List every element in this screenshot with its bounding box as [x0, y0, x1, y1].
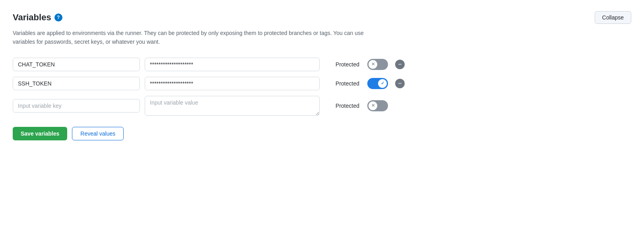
- page-title: Variables: [13, 12, 51, 23]
- toggle-thumb-1: ✕: [369, 60, 377, 69]
- protected-label-3: Protected: [328, 103, 359, 109]
- variable-value-input-2[interactable]: [145, 77, 320, 90]
- table-row: Protected ✕ −: [13, 58, 631, 71]
- toggle-track-2: ✓: [367, 78, 388, 89]
- variable-value-input-3[interactable]: [145, 96, 320, 116]
- variables-panel: Variables ? Collapse Variables are appli…: [0, 0, 644, 237]
- protected-toggle-1[interactable]: ✕: [367, 59, 388, 70]
- protected-label-2: Protected: [328, 80, 359, 87]
- variables-list: Protected ✕ − Protected: [13, 58, 631, 116]
- title-group: Variables ?: [13, 12, 62, 23]
- reveal-values-button[interactable]: Reveal values: [72, 127, 124, 140]
- minus-icon-1: −: [398, 61, 402, 68]
- toggle-icon-3: ✕: [371, 103, 375, 108]
- variable-key-input-2[interactable]: [13, 77, 140, 90]
- protected-toggle-3[interactable]: ✕: [367, 100, 388, 111]
- help-icon[interactable]: ?: [54, 14, 62, 21]
- toggle-track-1: ✕: [367, 59, 388, 70]
- table-row: Protected ✕: [13, 96, 631, 116]
- header-row: Variables ? Collapse: [13, 11, 631, 24]
- variable-value-input-1[interactable]: [145, 58, 320, 71]
- toggle-thumb-3: ✕: [369, 101, 377, 110]
- collapse-button[interactable]: Collapse: [595, 11, 631, 24]
- remove-variable-button-2[interactable]: −: [395, 79, 405, 88]
- toggle-icon-2: ✓: [381, 81, 384, 86]
- variable-key-input-1[interactable]: [13, 58, 140, 71]
- action-row: Save variables Reveal values: [13, 127, 631, 140]
- protected-toggle-2[interactable]: ✓: [367, 78, 388, 89]
- minus-icon-2: −: [398, 80, 402, 87]
- toggle-icon-1: ✕: [371, 62, 375, 67]
- protected-label-1: Protected: [328, 61, 359, 68]
- toggle-track-3: ✕: [367, 100, 388, 111]
- save-variables-button[interactable]: Save variables: [13, 127, 67, 140]
- description-text: Variables are applied to environments vi…: [13, 29, 370, 47]
- table-row: Protected ✓ −: [13, 77, 631, 90]
- variable-key-input-3[interactable]: [13, 99, 140, 113]
- toggle-thumb-2: ✓: [378, 79, 387, 88]
- remove-variable-button-1[interactable]: −: [395, 60, 405, 69]
